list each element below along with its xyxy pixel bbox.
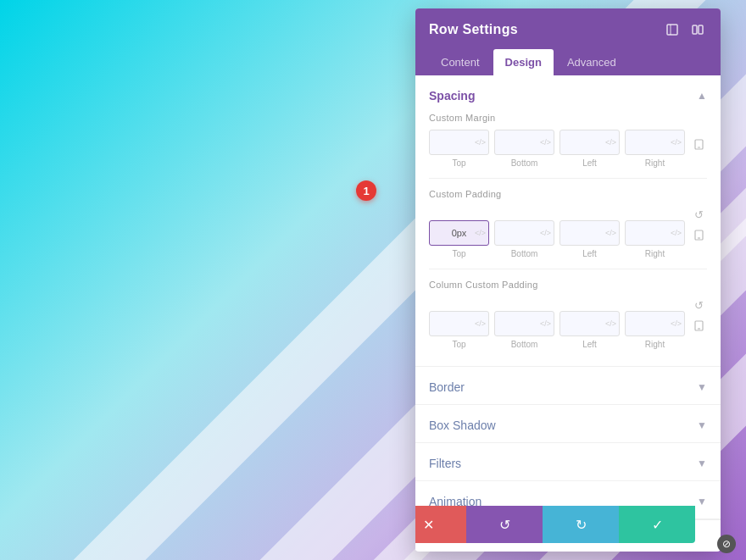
margin-top-label: Top [452, 158, 465, 168]
svg-rect-0 [667, 25, 677, 35]
margin-action-icons [690, 136, 707, 152]
box-shadow-chevron-icon: ▼ [697, 419, 707, 431]
col-padding-right-container: </> [625, 311, 685, 336]
filters-section: Filters ▼ [415, 443, 721, 481]
padding-left-container: </> [560, 220, 620, 246]
animation-chevron-icon: ▼ [697, 496, 707, 507]
device-icon [693, 139, 704, 150]
padding-reset-icon[interactable]: ↺ [690, 206, 707, 223]
columns-icon-btn[interactable] [688, 20, 707, 39]
col-padding-top-label: Top [452, 340, 465, 349]
cancel-button[interactable]: ✕ [415, 506, 466, 543]
margin-right-label: Right [645, 158, 665, 168]
padding-bottom-wrap: </> Bottom [494, 220, 554, 258]
margin-right-link-icon: </> [671, 138, 682, 147]
margin-device-icon[interactable] [690, 136, 707, 152]
padding-top-bottom-pair: </> Top </> Bottom [429, 220, 554, 258]
tab-content[interactable]: Content [429, 49, 492, 75]
redo-button[interactable]: ↻ [543, 506, 619, 543]
custom-margin-row: </> Top </> Bottom [429, 130, 707, 168]
col-padding-action-icons: ↺ [690, 297, 707, 334]
spacing-chevron-icon: ▲ [697, 90, 707, 102]
svg-rect-3 [699, 25, 703, 34]
resize-icon [666, 24, 678, 36]
col-padding-top-wrap: </> Top [429, 311, 489, 349]
col-padding-left-container: </> [560, 311, 620, 336]
col-padding-left-label: Left [582, 340, 597, 349]
margin-top-bottom-pair: </> Top </> Bottom [429, 130, 554, 168]
column-padding-row: </> Top </> Bottom [429, 297, 707, 349]
margin-top-container: </> [429, 130, 489, 155]
disable-icon[interactable]: ⊘ [717, 535, 736, 553]
panel-header: Row Settings Content Design [415, 8, 721, 75]
border-section-header[interactable]: Border ▼ [415, 367, 721, 404]
padding-bottom-container: </> [494, 220, 554, 246]
padding-device-icon[interactable] [690, 226, 707, 243]
custom-padding-row: </> Top </> Bottom [429, 206, 707, 258]
col-padding-reset-icon[interactable]: ↺ [690, 297, 707, 313]
custom-margin-label: Custom Margin [429, 113, 707, 123]
column-custom-padding-label: Column Custom Padding [429, 280, 707, 290]
columns-icon [692, 24, 704, 36]
margin-bottom-container: </> [494, 130, 554, 155]
margin-left-right-pair: </> Left </> Right [560, 130, 685, 168]
resize-icon-btn[interactable] [663, 20, 682, 39]
border-section-title: Border [429, 380, 465, 394]
padding-top-container: </> [429, 220, 489, 246]
col-padding-top-container: </> [429, 311, 489, 336]
save-button[interactable]: ✓ [619, 506, 695, 543]
col-padding-left-wrap: </> Left [560, 311, 620, 349]
filters-section-header[interactable]: Filters ▼ [415, 443, 721, 480]
row-settings-panel: Row Settings Content Design [415, 8, 721, 552]
padding-right-link-icon: </> [671, 229, 682, 237]
box-shadow-section-header[interactable]: Box Shadow ▼ [415, 405, 721, 442]
margin-right-wrap: </> Right [625, 130, 685, 168]
padding-top-wrap: </> Top [429, 220, 489, 258]
margin-left-wrap: </> Left [560, 130, 620, 168]
col-padding-bottom-container: </> [494, 311, 554, 336]
margin-left-container: </> [560, 130, 620, 155]
padding-bottom-link-icon: </> [540, 229, 551, 237]
tab-advanced[interactable]: Advanced [555, 49, 628, 75]
col-padding-left-right-pair: </> Left </> Right [560, 311, 685, 349]
spacing-content: Custom Margin </> Top [415, 113, 721, 366]
padding-left-link-icon: </> [605, 229, 616, 237]
padding-bottom-label: Bottom [511, 249, 538, 258]
col-padding-right-label: Right [645, 340, 665, 349]
bottom-toolbar: ✕ ↺ ↻ ✓ [415, 506, 695, 543]
custom-padding-label: Custom Padding [429, 189, 707, 199]
panel-body: Spacing ▲ Custom Margin </> Top [415, 75, 721, 552]
padding-top-label: Top [452, 249, 465, 258]
col-padding-bottom-wrap: </> Bottom [494, 311, 554, 349]
padding-action-icons: ↺ [690, 206, 707, 243]
panel-title-row: Row Settings [429, 20, 707, 39]
margin-left-label: Left [582, 158, 597, 168]
spacing-section-header[interactable]: Spacing ▲ [415, 75, 721, 113]
panel-title-icons [663, 20, 707, 39]
padding-left-right-pair: </> Left </> Right [560, 220, 685, 258]
margin-left-link-icon: </> [605, 138, 616, 147]
padding-right-label: Right [645, 249, 665, 258]
col-padding-bottom-link-icon: </> [540, 319, 551, 328]
svg-rect-2 [693, 25, 697, 34]
spacing-section: Spacing ▲ Custom Margin </> Top [415, 75, 721, 367]
margin-top-link-icon: </> [475, 138, 486, 147]
col-padding-right-wrap: </> Right [625, 311, 685, 349]
filters-chevron-icon: ▼ [697, 457, 707, 469]
padding-right-wrap: </> Right [625, 220, 685, 258]
border-section: Border ▼ [415, 367, 721, 405]
tabs: Content Design Advanced [429, 49, 707, 75]
border-chevron-icon: ▼ [697, 381, 707, 393]
padding-divider [429, 269, 707, 269]
box-shadow-section: Box Shadow ▼ [415, 405, 721, 443]
tab-design[interactable]: Design [493, 49, 554, 75]
margin-bottom-link-icon: </> [540, 138, 551, 147]
col-padding-device-icon[interactable] [690, 317, 707, 334]
panel-title: Row Settings [429, 22, 518, 37]
undo-button[interactable]: ↺ [466, 506, 543, 543]
col-padding-left-link-icon: </> [605, 319, 616, 328]
margin-divider [429, 178, 707, 179]
device-icon-2 [693, 230, 704, 241]
col-padding-right-link-icon: </> [671, 319, 682, 328]
padding-right-container: </> [625, 220, 685, 246]
